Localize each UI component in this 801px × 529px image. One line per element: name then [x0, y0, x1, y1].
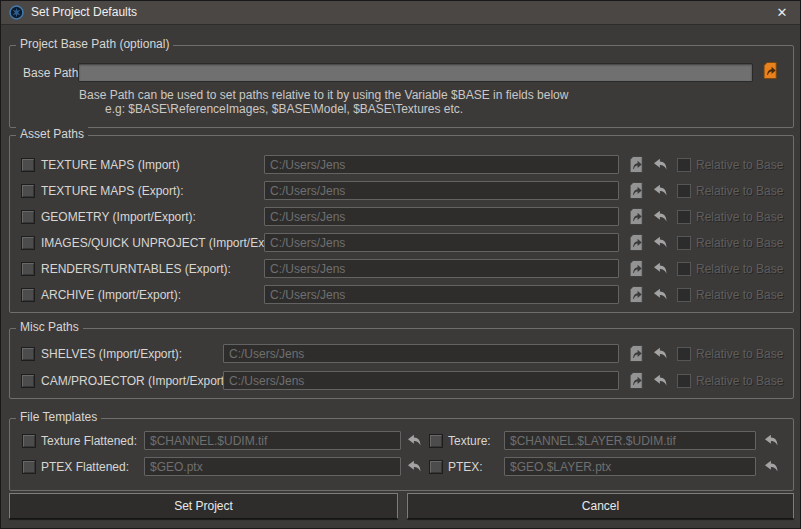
asset-path-label: RENDERS/TURNTABLES (Export): — [41, 262, 231, 277]
undo-icon[interactable] — [653, 288, 668, 304]
group-title: File Templates — [16, 410, 101, 424]
asset-path-label: ARCHIVE (Import/Export): — [41, 288, 181, 303]
asset-path-input[interactable] — [264, 233, 619, 252]
asset-path-input[interactable] — [264, 207, 619, 226]
relative-to-base-checkbox[interactable] — [677, 262, 691, 276]
enable-template-checkbox[interactable] — [22, 460, 36, 474]
misc-path-label: SHELVES (Import/Export): — [41, 347, 182, 362]
browse-icon[interactable] — [628, 182, 644, 202]
template-input[interactable] — [144, 431, 401, 450]
relative-to-base-checkbox[interactable] — [677, 184, 691, 198]
relative-to-base-label: Relative to Base — [696, 374, 783, 389]
undo-icon[interactable] — [653, 262, 668, 278]
titlebar[interactable]: Set Project Defaults ✕ — [1, 1, 800, 25]
relative-to-base-label: Relative to Base — [696, 347, 783, 362]
relative-to-base-label: Relative to Base — [696, 262, 783, 277]
base-path-help-line2: e.g: $BASE\ReferenceImages, $BASE\Model,… — [105, 102, 463, 116]
cancel-button[interactable]: Cancel — [407, 493, 794, 519]
asset-path-input[interactable] — [264, 285, 619, 304]
asset-path-input[interactable] — [264, 155, 619, 174]
asset-path-label: IMAGES/QUICK UNPROJECT (Import/Export): — [41, 236, 292, 251]
undo-icon[interactable] — [653, 236, 668, 252]
asset-path-row: GEOMETRY (Import/Export): Relative to Ba… — [1, 204, 801, 230]
relative-to-base-label: Relative to Base — [696, 158, 783, 173]
browse-icon[interactable] — [628, 208, 644, 228]
relative-to-base-label: Relative to Base — [696, 236, 783, 251]
asset-path-label: TEXTURE MAPS (Import) — [41, 158, 180, 173]
file-template-row: PTEX Flattened: PTEX: — [1, 454, 801, 480]
asset-path-label: TEXTURE MAPS (Export): — [41, 184, 184, 199]
group-title: Project Base Path (optional) — [16, 37, 173, 51]
close-icon[interactable]: ✕ — [773, 1, 791, 24]
relative-to-base-checkbox[interactable] — [677, 158, 691, 172]
undo-icon[interactable] — [407, 460, 422, 476]
group-title: Asset Paths — [16, 127, 88, 141]
browse-icon[interactable] — [628, 156, 644, 176]
enable-path-checkbox[interactable] — [21, 374, 35, 388]
asset-path-row: IMAGES/QUICK UNPROJECT (Import/Export): … — [1, 230, 801, 256]
browse-icon[interactable] — [628, 260, 644, 280]
enable-template-checkbox[interactable] — [429, 460, 443, 474]
relative-to-base-label: Relative to Base — [696, 210, 783, 225]
misc-path-row: CAM/PROJECTOR (Import/Export): Relative … — [1, 368, 801, 394]
relative-to-base-checkbox[interactable] — [677, 288, 691, 302]
undo-icon[interactable] — [407, 434, 422, 450]
misc-path-label: CAM/PROJECTOR (Import/Export): — [41, 374, 231, 389]
undo-icon[interactable] — [653, 347, 668, 363]
enable-path-checkbox[interactable] — [21, 210, 35, 224]
relative-to-base-label: Relative to Base — [696, 184, 783, 199]
asset-path-input[interactable] — [264, 181, 619, 200]
undo-icon[interactable] — [653, 184, 668, 200]
file-template-row: Texture Flattened: Texture: — [1, 428, 801, 454]
template-input[interactable] — [144, 457, 401, 476]
enable-path-checkbox[interactable] — [21, 184, 35, 198]
template-input[interactable] — [504, 457, 756, 476]
enable-path-checkbox[interactable] — [21, 158, 35, 172]
undo-icon[interactable] — [764, 434, 779, 450]
relative-to-base-checkbox[interactable] — [677, 236, 691, 250]
undo-icon[interactable] — [764, 460, 779, 476]
relative-to-base-checkbox[interactable] — [677, 347, 691, 361]
base-path-label: Base Path — [23, 66, 78, 81]
asset-path-row: TEXTURE MAPS (Export): Relative to Base — [1, 178, 801, 204]
set-project-button[interactable]: Set Project — [9, 493, 398, 519]
base-path-help-line1: Base Path can be used to set paths relat… — [79, 88, 568, 102]
template-label: PTEX: — [448, 460, 483, 475]
window-title: Set Project Defaults — [31, 1, 137, 24]
enable-path-checkbox[interactable] — [21, 236, 35, 250]
enable-path-checkbox[interactable] — [21, 262, 35, 276]
enable-template-checkbox[interactable] — [429, 434, 443, 448]
asset-path-input[interactable] — [264, 259, 619, 278]
enable-path-checkbox[interactable] — [21, 288, 35, 302]
misc-path-row: SHELVES (Import/Export): Relative to Bas… — [1, 341, 801, 367]
template-label: PTEX Flattened: — [41, 460, 129, 475]
misc-path-input[interactable] — [223, 371, 619, 390]
browse-icon[interactable] — [628, 372, 644, 392]
browse-icon[interactable] — [628, 234, 644, 254]
enable-path-checkbox[interactable] — [21, 347, 35, 361]
app-logo-icon — [9, 5, 24, 20]
base-path-input[interactable] — [78, 63, 753, 82]
template-label: Texture Flattened: — [41, 434, 137, 449]
browse-icon[interactable] — [762, 62, 778, 82]
relative-to-base-checkbox[interactable] — [677, 374, 691, 388]
browse-icon[interactable] — [628, 286, 644, 306]
relative-to-base-checkbox[interactable] — [677, 210, 691, 224]
asset-path-label: GEOMETRY (Import/Export): — [41, 210, 196, 225]
misc-path-input[interactable] — [223, 344, 619, 363]
asset-path-row: RENDERS/TURNTABLES (Export): Relative to… — [1, 256, 801, 282]
enable-template-checkbox[interactable] — [22, 434, 36, 448]
undo-icon[interactable] — [653, 210, 668, 226]
relative-to-base-label: Relative to Base — [696, 288, 783, 303]
asset-path-row: ARCHIVE (Import/Export): Relative to Bas… — [1, 282, 801, 308]
asset-path-row: TEXTURE MAPS (Import) Relative to Base — [1, 152, 801, 178]
undo-icon[interactable] — [653, 374, 668, 390]
template-input[interactable] — [504, 431, 756, 450]
group-title: Misc Paths — [16, 320, 83, 334]
template-label: Texture: — [448, 434, 491, 449]
set-project-defaults-dialog: Set Project Defaults ✕ Project Base Path… — [0, 0, 801, 529]
undo-icon[interactable] — [653, 158, 668, 174]
browse-icon[interactable] — [628, 345, 644, 365]
